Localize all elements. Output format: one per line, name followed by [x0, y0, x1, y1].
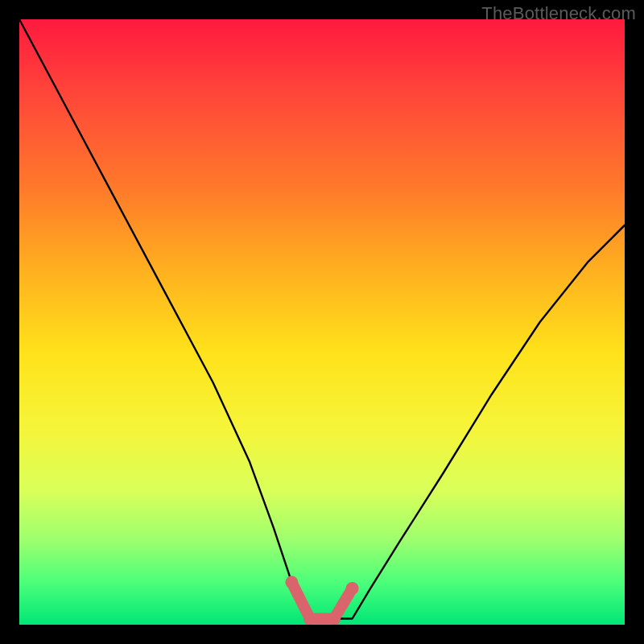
attribution-text: TheBottleneck.com	[481, 3, 636, 24]
trough-dot	[285, 576, 298, 588]
trough-dot	[328, 612, 341, 625]
trough-dot	[303, 612, 316, 625]
trough-highlight	[291, 582, 352, 618]
plot-area	[19, 19, 625, 625]
chart-frame: TheBottleneck.com	[0, 0, 644, 644]
bottleneck-curve	[19, 19, 625, 618]
curve-layer	[19, 19, 625, 625]
trough-dot	[346, 582, 359, 595]
